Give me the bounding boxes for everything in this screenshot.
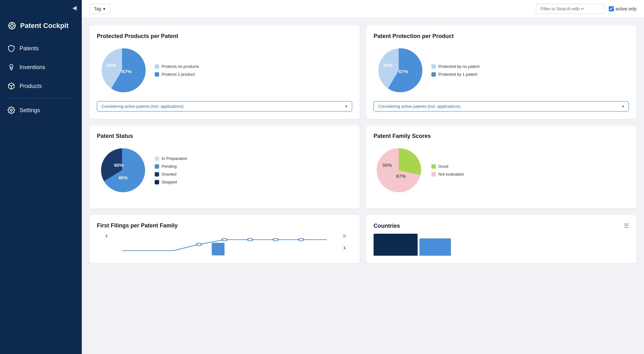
- line-chart-svg: 1 2 1: [97, 233, 352, 255]
- countries-bar-2: [419, 238, 451, 256]
- svg-point-13: [197, 243, 202, 246]
- chevron-down-icon: ▾: [103, 6, 105, 11]
- legend-item-2a: Protected by no patent: [431, 64, 480, 69]
- legend-dot-3c: [155, 172, 159, 177]
- chevron-down-icon-2: ▾: [622, 104, 624, 109]
- box-icon: [8, 82, 15, 90]
- legend-item-3c: Granted: [155, 172, 187, 177]
- card-family-scores: Patent Family Scores 33% 67%: [366, 125, 636, 209]
- card-first-filings: First Filings per Patent Family 1: [89, 215, 360, 263]
- filter-icon[interactable]: ☰: [624, 222, 629, 229]
- sidebar-item-inventions[interactable]: Inventions: [0, 58, 82, 77]
- brand: Patent Cockpit: [0, 16, 82, 39]
- legend-item-4a: Good: [431, 164, 464, 169]
- chart-area-1: 33% 67% Protects no products Protects 1 …: [97, 45, 352, 95]
- svg-point-17: [298, 238, 303, 241]
- legend-dot-4b: [431, 172, 436, 177]
- active-only-text: active only: [616, 6, 636, 11]
- sidebar-toggle-area: ◀: [0, 0, 82, 16]
- svg-point-10: [10, 109, 12, 111]
- card-patent-protection-title: Patent Protection per Product: [374, 33, 629, 40]
- card-protected-products: Protected Products per Patent 33% 67%: [89, 25, 360, 119]
- chevron-down-icon-1: ▾: [345, 104, 347, 109]
- legend-item-3a: In Preparation: [155, 156, 187, 161]
- countries-title: Countries: [374, 223, 400, 229]
- svg-point-16: [273, 238, 278, 241]
- svg-rect-18: [212, 243, 225, 255]
- svg-point-14: [222, 238, 227, 241]
- legend-dot-3d: [155, 180, 159, 184]
- legend-dot-2b: [431, 72, 436, 77]
- pie-chart-3: 60% 40%: [97, 145, 147, 195]
- legend-item-3b: Pending: [155, 164, 187, 169]
- card-patent-protection: Patent Protection per Product 33% 67% Pr…: [366, 25, 636, 119]
- sidebar-item-products[interactable]: Products: [0, 77, 82, 95]
- topbar-left: Tag ▾: [89, 4, 110, 14]
- svg-text:1: 1: [343, 246, 347, 250]
- legend-item-3d: Stopped: [155, 180, 187, 184]
- sidebar-item-patents[interactable]: Patents: [0, 39, 82, 58]
- svg-point-15: [247, 238, 253, 241]
- topbar: Tag ▾ active only: [82, 0, 644, 18]
- countries-header: Countries ☰: [374, 222, 629, 229]
- card-patent-status: Patent Status 60% 40% I: [89, 125, 360, 209]
- brand-label: Patent Cockpit: [20, 22, 69, 30]
- first-filings-header: First Filings per Patent Family: [97, 222, 352, 229]
- tag-dropdown[interactable]: Tag ▾: [89, 4, 110, 14]
- tag-label: Tag: [94, 6, 101, 11]
- chart-area-2: 33% 67% Protected by no patent Protected…: [374, 45, 629, 95]
- countries-bar-1: [374, 234, 418, 256]
- legend-item-1a: Protects no products: [155, 64, 199, 69]
- sidebar-nav: Patents Inventions Products: [0, 39, 82, 354]
- countries-bars: [374, 234, 629, 256]
- legend-dot-2a: [431, 64, 436, 69]
- sidebar-item-settings-label: Settings: [19, 107, 40, 114]
- active-only-label: active only: [609, 6, 636, 11]
- card-1-dropdown[interactable]: Considering active patents (incl. applic…: [97, 101, 352, 112]
- legend-1: Protects no products Protects 1 product: [155, 64, 199, 77]
- dashboard: Protected Products per Patent 33% 67%: [82, 18, 644, 354]
- card-family-scores-title: Patent Family Scores: [374, 133, 629, 139]
- bulb-icon: [8, 63, 15, 71]
- sidebar-item-settings[interactable]: Settings: [0, 101, 82, 120]
- legend-2: Protected by no patent Protected by 1 pa…: [431, 64, 480, 77]
- topbar-right: active only: [536, 4, 636, 14]
- legend-dot-3b: [155, 164, 159, 169]
- sidebar-item-patents-label: Patents: [19, 45, 39, 52]
- legend-dot-1a: [155, 64, 159, 69]
- shield-icon: [8, 45, 15, 52]
- chart-area-3: 60% 40% In Preparation Pending Granted: [97, 145, 352, 195]
- card-patent-status-title: Patent Status: [97, 133, 352, 139]
- legend-dot-1b: [155, 72, 159, 77]
- sidebar-item-products-label: Products: [19, 83, 42, 90]
- legend-dot-4a: [431, 164, 436, 169]
- legend-item-4b: Not evaluated: [431, 172, 464, 177]
- active-only-checkbox[interactable]: [609, 6, 614, 11]
- pie-chart-2: 33% 67%: [374, 45, 424, 95]
- legend-dot-3a: [155, 156, 159, 161]
- svg-point-1: [10, 24, 13, 27]
- pie-chart-1: 33% 67%: [97, 45, 147, 95]
- brand-icon: [8, 21, 16, 30]
- sidebar-item-inventions-label: Inventions: [19, 64, 45, 71]
- nav-divider: [8, 98, 74, 98]
- gear-icon: [8, 106, 15, 114]
- svg-point-6: [10, 64, 13, 68]
- sidebar-collapse-button[interactable]: ◀: [72, 4, 77, 11]
- legend-item-1b: Protects 1 product: [155, 72, 199, 77]
- legend-item-2b: Protected by 1 patent: [431, 72, 480, 77]
- card-protected-products-title: Protected Products per Patent: [97, 33, 352, 40]
- pie-chart-4: 33% 67%: [374, 145, 424, 195]
- card-2-dropdown[interactable]: Considering active patents (incl. applic…: [374, 101, 629, 112]
- card-countries: Countries ☰: [366, 215, 636, 263]
- svg-text:2: 2: [343, 234, 347, 238]
- search-input[interactable]: [536, 4, 605, 14]
- first-filings-title: First Filings per Patent Family: [97, 222, 178, 229]
- sidebar: ◀ Patent Cockpit Patents: [0, 0, 82, 354]
- legend-3: In Preparation Pending Granted Stopped: [155, 156, 187, 184]
- legend-4: Good Not evaluated: [431, 164, 464, 177]
- main-content: Tag ▾ active only Protected Products per…: [82, 0, 644, 354]
- chart-area-4: 33% 67% Good Not evaluated: [374, 145, 629, 195]
- svg-text:1: 1: [104, 234, 108, 238]
